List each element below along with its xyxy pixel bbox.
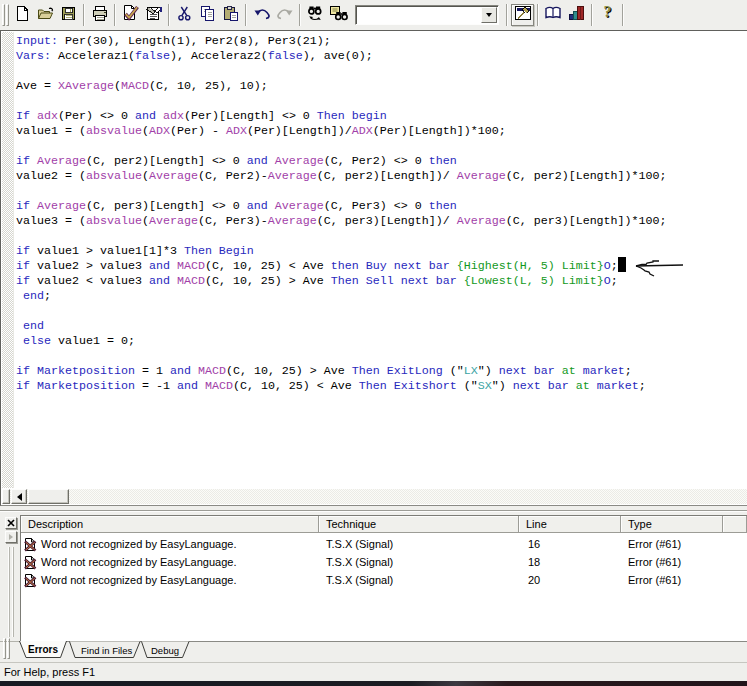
error-description: Word not recognized by EasyLanguage. — [41, 556, 236, 568]
code-line[interactable] — [16, 184, 747, 199]
replace-button[interactable] — [304, 4, 327, 26]
next-error-button[interactable] — [5, 531, 17, 543]
new-button[interactable] — [11, 4, 34, 26]
code-line[interactable]: if value2 < value3 and MACD(C, 10, 25) >… — [16, 274, 747, 289]
tab-debug[interactable]: Debug — [151, 645, 179, 656]
paste-button[interactable] — [219, 4, 242, 26]
column-header-line[interactable]: Line — [519, 516, 621, 533]
error-description-cell: Word not recognized by EasyLanguage. — [21, 573, 319, 588]
code-line[interactable]: Vars: Acceleraz1(false), Acceleraz2(fals… — [16, 49, 747, 64]
code-line[interactable]: if Average(C, per2)[Length] <> 0 and Ave… — [16, 154, 747, 169]
toolbar-separator — [591, 4, 593, 26]
code-token: and — [247, 199, 268, 213]
open-button[interactable] — [34, 4, 57, 26]
verify-button[interactable] — [119, 4, 142, 26]
easylanguage-output-button[interactable] — [511, 4, 534, 26]
code-token: LX — [464, 364, 478, 378]
code-token: {Highest(H, 5) Limit} — [457, 259, 604, 273]
binoculars-swap-icon — [306, 5, 325, 26]
code-line[interactable] — [16, 229, 747, 244]
code-token: if — [16, 244, 30, 258]
horizontal-scrollbar[interactable] — [2, 489, 747, 504]
splitter-highlight — [0, 511, 747, 512]
combobox-dropdown-button[interactable] — [481, 7, 497, 23]
code-line[interactable]: if Marketposition = -1 and MACD(C, 10, 2… — [16, 379, 747, 394]
code-token: and — [135, 109, 156, 123]
panel-grip[interactable] — [8, 547, 10, 637]
code-line[interactable]: value3 = (absvalue(Average(C, Per3)-Aver… — [16, 214, 747, 229]
error-technique-cell: T.S.X (Signal) — [319, 538, 519, 550]
dictionary-button[interactable] — [542, 4, 565, 26]
column-header-technique[interactable]: Technique — [319, 516, 519, 533]
column-header-description[interactable]: Description — [21, 516, 319, 533]
code-token: SX — [478, 379, 492, 393]
open-book-icon — [544, 5, 563, 25]
undo-button[interactable] — [250, 4, 273, 26]
code-line[interactable]: If adx(Per) <> 0 and adx(Per)[Length] <>… — [16, 109, 747, 124]
code-token: (C, per2)[Length])*100; — [506, 169, 667, 183]
code-line[interactable]: value2 = (absvalue(Average(C, Per2)-Aver… — [16, 169, 747, 184]
code-line[interactable]: end — [16, 319, 747, 334]
help-button[interactable]: ?? — [596, 4, 619, 26]
code-token — [268, 154, 275, 168]
print-button[interactable] — [88, 4, 111, 26]
toolbar-grip[interactable] — [6, 4, 9, 26]
code-line[interactable]: end; — [16, 289, 747, 304]
code-token: ; — [639, 379, 646, 393]
code-token: (" — [443, 364, 464, 378]
save-button[interactable] — [57, 4, 80, 26]
error-row[interactable]: Word not recognized by EasyLanguage.T.S.… — [21, 553, 747, 571]
technique-combobox[interactable] — [355, 5, 499, 25]
code-line[interactable]: if value1 > value1[1]*3 Then Begin — [16, 244, 747, 259]
code-line[interactable]: Input: Per(30), Length(1), Per2(8), Per3… — [16, 34, 747, 49]
printer-icon — [91, 5, 109, 26]
toolbar-grip[interactable] — [2, 4, 5, 26]
code-token: (C, Per3)- — [198, 214, 268, 228]
scroll-left-button[interactable] — [11, 489, 27, 504]
code-line[interactable]: if value2 > value3 and MACD(C, 10, 25) <… — [16, 259, 747, 274]
close-panel-button[interactable] — [5, 517, 17, 529]
error-row[interactable]: Word not recognized by EasyLanguage.T.S.… — [21, 535, 747, 553]
error-icon — [23, 573, 38, 588]
code-area[interactable]: Input: Per(30), Length(1), Per2(8), Per3… — [16, 34, 747, 394]
toolbar-separator — [245, 4, 247, 26]
code-token: (Per)[Length] <> 0 — [184, 109, 317, 123]
code-line[interactable] — [16, 94, 747, 109]
error-icon — [23, 537, 38, 552]
code-line[interactable] — [16, 139, 747, 154]
error-description-cell: Word not recognized by EasyLanguage. — [21, 555, 319, 570]
copy-button[interactable] — [196, 4, 219, 26]
code-token: next bar — [499, 364, 555, 378]
code-line[interactable]: Ave = XAverage(MACD(C, 10, 25), 10); — [16, 79, 747, 94]
text-cursor — [618, 257, 626, 272]
code-token: Then Exitshort — [359, 379, 457, 393]
find-in-files-button[interactable] — [327, 4, 350, 26]
cut-button[interactable] — [173, 4, 196, 26]
code-line[interactable]: value1 = (absvalue(ADX(Per) - ADX(Per)[L… — [16, 124, 747, 139]
undo-arrow-icon — [253, 6, 271, 25]
panel-grip[interactable] — [12, 547, 14, 637]
code-line[interactable] — [16, 304, 747, 319]
redo-button[interactable] — [273, 4, 296, 26]
redo-arrow-icon — [276, 6, 294, 25]
hammer-window-icon — [514, 4, 532, 26]
toolbar-separator — [299, 4, 301, 26]
code-token: end — [23, 319, 44, 333]
code-line[interactable]: else value1 = 0; — [16, 334, 747, 349]
properties-button[interactable] — [142, 4, 165, 26]
code-line[interactable] — [16, 64, 747, 79]
code-line[interactable]: if Marketposition = 1 and MACD(C, 10, 25… — [16, 364, 747, 379]
code-token: ADX — [226, 124, 247, 138]
code-editor[interactable]: Input: Per(30), Length(1), Per2(8), Per3… — [0, 30, 747, 506]
scrollbar-thumb[interactable] — [28, 489, 69, 504]
scrollbar-split-box[interactable] — [2, 489, 10, 504]
column-header-type[interactable]: Type — [621, 516, 723, 533]
error-row[interactable]: Word not recognized by EasyLanguage.T.S.… — [21, 571, 747, 589]
code-line[interactable]: if Average(C, per3)[Length] <> 0 and Ave… — [16, 199, 747, 214]
code-token: (C, per2)[Length] <> 0 — [86, 154, 247, 168]
code-line[interactable] — [16, 349, 747, 364]
copy-icon — [199, 5, 216, 26]
tab-errors[interactable]: Errors — [28, 644, 58, 655]
tab-find-in-files[interactable]: Find in Files — [81, 645, 132, 656]
function-chart-button[interactable] — [565, 4, 588, 26]
